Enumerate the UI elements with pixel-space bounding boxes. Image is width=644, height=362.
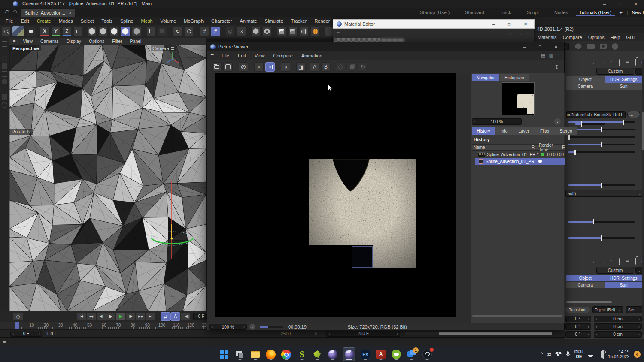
play-button[interactable]: ▶ — [106, 312, 116, 321]
up-icon[interactable]: ↑ — [608, 258, 614, 264]
octane-camera-icon[interactable] — [600, 44, 607, 49]
pv-zoom-field[interactable]: ‹100 %› — [472, 118, 522, 125]
pv-panel-menu-icon[interactable]: ≣ — [555, 53, 564, 58]
pv-ram-clear-icon[interactable]: × — [254, 62, 264, 72]
menu-file[interactable]: File — [0, 18, 17, 24]
next-key-button[interactable]: ▶◆ — [136, 312, 146, 321]
tab2-sun[interactable]: Sun — [605, 282, 643, 288]
history-row[interactable]: – Spline_Advection_01_PR * 00:00:00 — [472, 151, 565, 158]
status-menu-icon[interactable]: ≡ — [0, 338, 9, 345]
viewport[interactable]: ≡ View Cameras Display Options Filter Pa… — [9, 38, 206, 311]
clock-date[interactable]: 14:19 15.04.2022 — [608, 350, 629, 359]
network-icon[interactable] — [588, 352, 594, 357]
col-f[interactable]: F — [562, 145, 565, 150]
wire-sphere-icon[interactable] — [299, 27, 309, 36]
tab-filter[interactable]: Filter — [535, 127, 555, 135]
undo-icon[interactable]: ↶ — [4, 9, 9, 15]
pv-status-chevron[interactable]: ⌄ — [249, 324, 255, 330]
timeline-scrollbar[interactable] — [405, 332, 552, 335]
palette-icon[interactable] — [2, 41, 7, 47]
tab-stereo[interactable]: Stereo — [555, 127, 577, 135]
close-button[interactable]: ✕ — [628, 0, 644, 8]
pv-maximize-button[interactable]: □ — [532, 42, 548, 51]
pv-menu-animation[interactable]: Animation — [297, 53, 327, 58]
filter-icon[interactable]: ≡ — [624, 59, 631, 65]
pv-panel-b-icon[interactable]: ▥ — [547, 53, 555, 58]
sync-icon[interactable]: ⇄ — [547, 352, 551, 357]
new-tab-button[interactable]: + — [65, 9, 69, 15]
live-selection-icon[interactable] — [12, 26, 24, 36]
octane-tool-icon[interactable] — [587, 44, 595, 49]
forward-icon[interactable]: → — [599, 59, 606, 65]
menu-mograph[interactable]: MoGraph — [180, 18, 207, 24]
attr-hscrollbar[interactable] — [566, 301, 612, 303]
add-layout-button[interactable]: + — [615, 9, 627, 16]
me-forward-icon[interactable]: → — [517, 30, 522, 36]
octane-menu-help[interactable]: Help — [608, 35, 623, 40]
pv-zoom-slider[interactable] — [575, 123, 605, 125]
material-preview-swatch[interactable] — [334, 38, 380, 42]
target-b-icon[interactable]: ⊙ — [237, 27, 246, 36]
size-dropdown[interactable]: Size⌄ — [626, 306, 644, 313]
polygons-mode-icon[interactable] — [109, 27, 119, 36]
start-frame-field[interactable]: ‹0 F› — [10, 331, 42, 337]
next-frame-button[interactable]: |▶ — [126, 312, 136, 321]
pv-ram-player-icon[interactable]: ≡ — [265, 62, 275, 72]
edges-mode-icon[interactable] — [98, 27, 108, 36]
autokey-button[interactable]: A — [170, 312, 180, 321]
pv-titlebar[interactable]: Picture Viewer – □ ✕ — [207, 42, 564, 51]
transform-button[interactable]: Transform — [565, 307, 590, 313]
tab-info[interactable]: Info — [495, 127, 513, 135]
range-end-field[interactable]: ‹250 F› — [326, 331, 400, 337]
current-frame-field[interactable]: ‹0 F — [193, 313, 207, 320]
snap-grid-icon[interactable]: # — [200, 27, 209, 36]
layout-script[interactable]: Script — [519, 10, 547, 15]
layout-startup[interactable]: Startup (User) — [412, 10, 457, 15]
lock-icon[interactable] — [632, 59, 639, 65]
menu-animate[interactable]: Animate — [236, 18, 261, 24]
pv-canvas[interactable] — [215, 73, 456, 317]
language-indicator[interactable]: DEU DE — [574, 350, 583, 359]
hdri-slider[interactable] — [568, 136, 635, 138]
orange-sphere-icon[interactable] — [310, 27, 320, 36]
cloud-app-icon[interactable] — [391, 348, 402, 361]
forward-icon[interactable]: → — [599, 258, 606, 264]
palette-icon[interactable] — [2, 102, 7, 108]
hdri-slider[interactable] — [568, 151, 635, 153]
messenger-app-icon[interactable]: 1 — [406, 348, 417, 361]
tab-histogram[interactable]: Histogram — [500, 74, 529, 81]
viewport-label[interactable]: Perspective — [10, 45, 41, 51]
auto-hex-icon[interactable]: A — [262, 27, 272, 36]
points-mode-icon[interactable] — [87, 27, 97, 36]
tab2-hdri-settings[interactable]: HDRI Settings — [605, 275, 643, 281]
size-y-field[interactable]: ‹0 cm› — [594, 323, 642, 330]
pv-close-button[interactable]: ✕ — [548, 42, 564, 51]
palette-icon[interactable] — [2, 56, 7, 61]
vp-menu-display[interactable]: Display — [63, 39, 85, 44]
pv-menu-view[interactable]: View — [250, 53, 269, 58]
layout-standard[interactable]: Standard — [457, 10, 492, 15]
goto-end-button[interactable]: ▶| — [146, 312, 155, 321]
custom-dropdown-2[interactable]: Custom — [596, 267, 634, 274]
menu-select[interactable]: Select — [77, 18, 98, 24]
lock-icon[interactable] — [632, 258, 639, 264]
snap-enabled-icon[interactable]: # — [211, 27, 220, 36]
workplane-icon[interactable] — [158, 27, 167, 36]
pv-restore-icon[interactable]: ↻ — [358, 62, 368, 72]
octane-menu-options[interactable]: Options — [585, 35, 608, 40]
photoshop-icon[interactable]: Ps — [360, 348, 371, 361]
file-explorer-icon[interactable] — [250, 348, 261, 361]
task-view-button[interactable] — [234, 348, 246, 361]
vp-menu-cameras[interactable]: Cameras — [36, 39, 63, 44]
tab-object[interactable]: Object — [566, 76, 605, 83]
up-icon[interactable]: ↑ — [608, 59, 614, 65]
modeling-app-icon[interactable] — [312, 348, 323, 361]
palette-icon[interactable] — [2, 87, 7, 92]
tray-expand-icon[interactable]: ^ — [541, 351, 543, 357]
z-axis-icon[interactable]: Z — [62, 27, 72, 36]
vp-menu-filter[interactable]: Filter — [108, 39, 126, 44]
pv-set-a-button[interactable]: A — [310, 62, 319, 72]
menu-simulate[interactable]: Simulate — [261, 18, 287, 24]
pv-contrast-icon[interactable]: ◑ — [281, 62, 290, 72]
volume-icon[interactable] — [598, 352, 604, 357]
